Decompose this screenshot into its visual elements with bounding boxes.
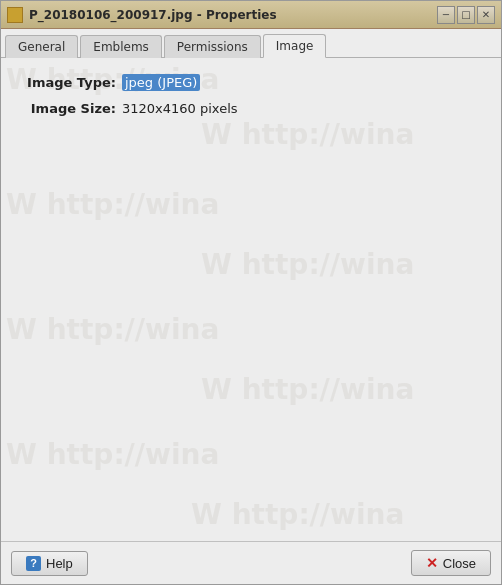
watermark: W http://wina xyxy=(6,438,219,471)
watermark: W http://wina xyxy=(6,313,219,346)
window-title: P_20180106_200917.jpg - Properties xyxy=(29,8,431,22)
help-button[interactable]: ? Help xyxy=(11,551,88,576)
image-size-value: 3120x4160 pixels xyxy=(122,101,238,116)
image-type-value: jpeg (JPEG) xyxy=(122,74,200,91)
window-icon xyxy=(7,7,23,23)
watermark: W http://wina xyxy=(201,373,414,406)
content-area: W http://wina W http://wina W http://win… xyxy=(1,58,501,541)
tab-image[interactable]: Image xyxy=(263,34,327,58)
watermark: W http://wina xyxy=(201,248,414,281)
close-label: Close xyxy=(443,556,476,571)
close-button[interactable]: ✕ xyxy=(477,6,495,24)
footer: ? Help ✕ Close xyxy=(1,541,501,584)
image-type-label: Image Type: xyxy=(21,75,116,90)
watermark-layer: W http://wina W http://wina W http://win… xyxy=(1,58,501,541)
tab-emblems[interactable]: Emblems xyxy=(80,35,162,58)
close-dialog-button[interactable]: ✕ Close xyxy=(411,550,491,576)
watermark: W http://wina xyxy=(6,188,219,221)
minimize-button[interactable]: − xyxy=(437,6,455,24)
image-info-panel: Image Type: jpeg (JPEG) Image Size: 3120… xyxy=(21,74,481,116)
close-icon: ✕ xyxy=(426,555,438,571)
title-bar: P_20180106_200917.jpg - Properties − □ ✕ xyxy=(1,1,501,29)
watermark: W http://wina xyxy=(191,498,404,531)
window-controls: − □ ✕ xyxy=(437,6,495,24)
image-type-row: Image Type: jpeg (JPEG) xyxy=(21,74,481,91)
help-label: Help xyxy=(46,556,73,571)
tab-general[interactable]: General xyxy=(5,35,78,58)
help-icon: ? xyxy=(26,556,41,571)
maximize-button[interactable]: □ xyxy=(457,6,475,24)
tabs-bar: General Emblems Permissions Image xyxy=(1,29,501,58)
image-size-row: Image Size: 3120x4160 pixels xyxy=(21,101,481,116)
tab-permissions[interactable]: Permissions xyxy=(164,35,261,58)
properties-window: P_20180106_200917.jpg - Properties − □ ✕… xyxy=(0,0,502,585)
watermark: W http://wina xyxy=(201,118,414,151)
image-size-label: Image Size: xyxy=(21,101,116,116)
